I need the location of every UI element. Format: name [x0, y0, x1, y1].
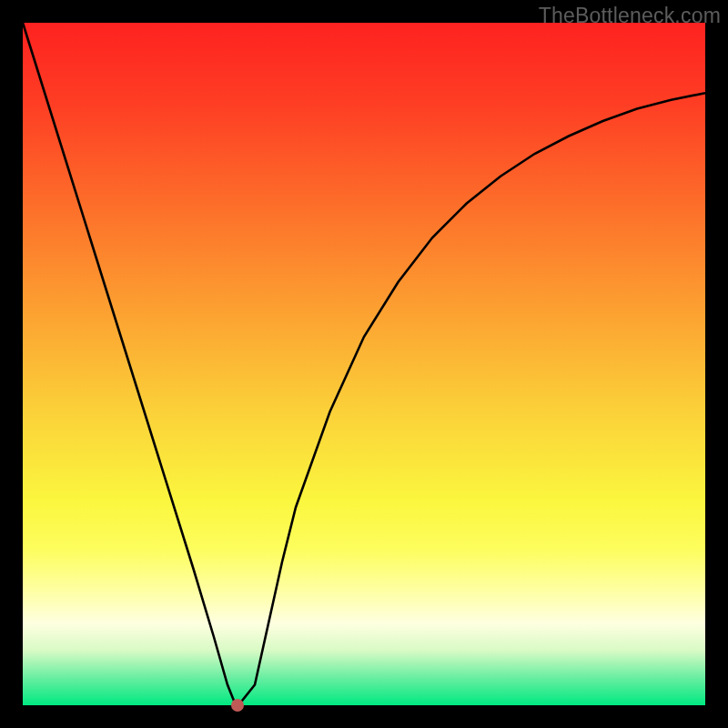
- chart-frame: TheBottleneck.com: [0, 0, 728, 728]
- plot-area: [23, 23, 705, 705]
- watermark-text: TheBottleneck.com: [539, 4, 721, 28]
- optimal-point-marker: [231, 699, 244, 712]
- bottleneck-curve: [23, 23, 705, 705]
